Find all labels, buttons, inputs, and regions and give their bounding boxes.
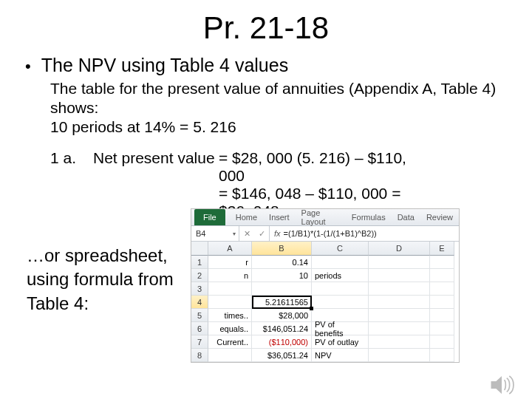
cell[interactable] (430, 309, 454, 322)
row-head[interactable]: 1 (191, 256, 208, 269)
col-head-e[interactable]: E (430, 242, 454, 256)
row-head[interactable]: 6 (191, 322, 208, 335)
cell[interactable] (208, 349, 252, 362)
label-1a: 1 a. (50, 149, 93, 185)
cell[interactable] (430, 282, 454, 296)
cell[interactable]: NPV (312, 349, 369, 362)
fx-icon[interactable]: fx (274, 229, 281, 238)
tab-insert[interactable]: Insert (263, 213, 296, 222)
formula-input[interactable]: =(1/B1)*(1-(1/(1+B1)^B2)) (284, 229, 459, 238)
cell[interactable]: $28,000 (252, 309, 312, 322)
cell[interactable] (430, 335, 454, 349)
file-tab[interactable]: File (194, 209, 225, 225)
fx-controls: ✕ ✓ (239, 226, 270, 241)
bullet-dot-icon: • (25, 57, 31, 76)
cell[interactable] (312, 256, 369, 269)
page-title: Pr. 21-18 (0, 10, 532, 46)
tab-formulas[interactable]: Formulas (346, 213, 392, 222)
row-head[interactable]: 3 (191, 282, 208, 296)
cell[interactable] (369, 269, 430, 282)
column-header-row: A B C D E (191, 242, 459, 256)
cell[interactable]: $36,051.24 (252, 349, 312, 362)
grid-rows: 1r0.142n10periods345.216115655times..$28… (191, 256, 459, 362)
dropdown-icon[interactable]: ▾ (233, 231, 236, 237)
cell[interactable]: ($110,000) (252, 335, 312, 349)
bullet-row: • The NPV using Table 4 values (25, 55, 532, 76)
subtext-line-1: The table for the present value of annui… (50, 79, 532, 118)
cell[interactable] (208, 296, 252, 309)
name-box[interactable]: B4 ▾ (191, 226, 239, 241)
table-row: 2n10periods (191, 269, 459, 282)
col-head-c[interactable]: C (312, 242, 369, 256)
subtext-line-2: 10 periods at 14% = 5. 216 (50, 118, 532, 136)
row-head[interactable]: 4 (191, 296, 208, 309)
cell[interactable]: Current.. (208, 335, 252, 349)
cell[interactable] (208, 282, 252, 296)
cell[interactable] (369, 256, 430, 269)
npv-eq-1: = $28, 000 (5. 216) – $110, 000 (219, 149, 411, 185)
select-all-cell[interactable] (191, 242, 208, 256)
row-head[interactable]: 2 (191, 269, 208, 282)
cell[interactable] (369, 322, 430, 335)
ribbon: File Home Insert Page Layout Formulas Da… (191, 209, 459, 226)
cell[interactable]: n (208, 269, 252, 282)
tab-data[interactable]: Data (392, 213, 420, 222)
cancel-icon[interactable]: ✕ (244, 229, 250, 239)
col-head-a[interactable]: A (208, 242, 252, 256)
tab-home[interactable]: Home (230, 213, 263, 222)
cell[interactable] (369, 282, 430, 296)
table-row: 1r0.14 (191, 256, 459, 269)
cell[interactable] (369, 296, 430, 309)
cell[interactable]: 5.21611565 (252, 296, 312, 309)
cell[interactable] (430, 296, 454, 309)
row-head[interactable]: 8 (191, 349, 208, 362)
cell[interactable]: 10 (252, 269, 312, 282)
spreadsheet: File Home Insert Page Layout Formulas Da… (191, 208, 460, 363)
formula-bar: B4 ▾ ✕ ✓ fx =(1/B1)*(1-(1/(1+B1)^B2)) (191, 226, 459, 242)
cell[interactable] (369, 309, 430, 322)
table-row: 6equals..$146,051.24PV of benefits (191, 322, 459, 335)
or-line-1: …or spreadsheet, (27, 244, 174, 267)
or-line-2: using formula from (27, 267, 174, 291)
table-row: 8$36,051.24NPV (191, 349, 459, 362)
cell[interactable]: PV of outlay (312, 335, 369, 349)
cell[interactable] (430, 256, 454, 269)
cell[interactable]: $146,051.24 (252, 322, 312, 335)
col-head-b[interactable]: B (252, 242, 312, 256)
row-head[interactable]: 7 (191, 335, 208, 349)
enter-icon[interactable]: ✓ (259, 229, 265, 239)
cell[interactable]: PV of benefits (312, 322, 369, 335)
col-head-d[interactable]: D (369, 242, 430, 256)
name-box-value: B4 (196, 229, 205, 238)
speaker-icon (489, 374, 514, 399)
cell[interactable] (430, 349, 454, 362)
or-line-3: Table 4: (27, 292, 174, 316)
cell[interactable] (252, 282, 312, 296)
cell[interactable]: equals.. (208, 322, 252, 335)
cell[interactable]: times.. (208, 309, 252, 322)
table-row: 45.21611565 (191, 296, 459, 309)
bullet-text: The NPV using Table 4 values (41, 55, 288, 76)
tab-page-layout[interactable]: Page Layout (296, 208, 346, 226)
cell[interactable] (430, 269, 454, 282)
label-npv: Net present value (93, 149, 219, 185)
cell[interactable] (430, 322, 454, 335)
cell[interactable]: r (208, 256, 252, 269)
table-row: 3 (191, 282, 459, 296)
or-spreadsheet-text: …or spreadsheet, using formula from Tabl… (27, 244, 174, 316)
cell[interactable] (369, 349, 430, 362)
tab-review[interactable]: Review (420, 213, 459, 222)
cell[interactable]: periods (312, 269, 369, 282)
row-head[interactable]: 5 (191, 309, 208, 322)
cell[interactable] (312, 282, 369, 296)
table-row: 7Current..($110,000)PV of outlay (191, 335, 459, 349)
cell[interactable] (312, 296, 369, 309)
cell[interactable]: 0.14 (252, 256, 312, 269)
cell[interactable] (369, 335, 430, 349)
